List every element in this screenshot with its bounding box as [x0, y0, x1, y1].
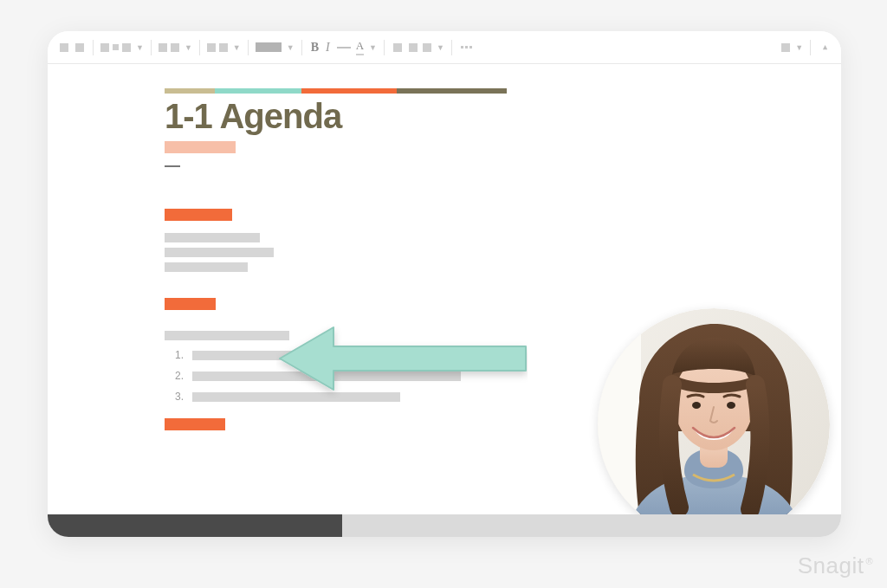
divider — [165, 165, 180, 167]
toolbar-separator — [93, 40, 94, 55]
chevron-down-icon: ▼ — [233, 43, 241, 52]
toolbar-separator — [451, 40, 452, 55]
more-button[interactable] — [459, 38, 474, 57]
toolbar-separator — [810, 40, 811, 55]
toolbar-separator — [384, 40, 385, 55]
svg-point-6 — [727, 402, 735, 409]
color-stripe — [165, 88, 507, 94]
section-1 — [165, 209, 719, 272]
playback-timeline[interactable] — [48, 514, 841, 537]
chevron-down-icon: ▼ — [136, 43, 144, 52]
chevron-up-icon: ▼ — [821, 43, 829, 52]
toolbar: ▼ ▼ ▼ ▼ B I A ▼ ▼ — [48, 31, 841, 64]
section-heading[interactable] — [165, 418, 225, 430]
watermark: Snagit® — [798, 552, 871, 579]
text-color-icon: A — [356, 39, 364, 55]
highlight-dropdown[interactable]: ▼ — [256, 42, 295, 52]
document-canvas: 1-1 Agenda 1. 2. — [48, 64, 841, 537]
font-dropdown[interactable]: ▼ — [159, 43, 192, 52]
text-highlight — [165, 141, 236, 153]
toolbar-separator — [199, 40, 200, 55]
timeline-progress — [48, 514, 342, 537]
text-line[interactable] — [165, 248, 274, 257]
list-button[interactable] — [407, 38, 419, 57]
list-number: 2. — [165, 370, 184, 382]
list-number: 1. — [165, 349, 184, 361]
bold-button[interactable]: B — [309, 38, 320, 57]
text-color-dropdown[interactable]: A ▼ — [356, 39, 377, 55]
view-dropdown[interactable]: ▼ — [781, 43, 803, 52]
timeline-remaining — [342, 514, 841, 537]
toolbar-separator — [151, 40, 152, 55]
svg-point-5 — [692, 402, 701, 409]
toolbar-redo-button[interactable] — [74, 38, 86, 57]
chevron-down-icon: ▼ — [795, 43, 803, 52]
collapse-toolbar-button[interactable]: ▼ — [818, 38, 831, 57]
align-button[interactable] — [392, 38, 404, 57]
text-line[interactable] — [165, 262, 248, 272]
chevron-down-icon: ▼ — [287, 43, 295, 52]
section-heading[interactable] — [165, 209, 232, 221]
webcam-avatar — [598, 308, 830, 537]
app-window: ▼ ▼ ▼ ▼ B I A ▼ ▼ — [48, 31, 841, 537]
toolbar-separator — [301, 40, 302, 55]
document-title[interactable]: 1-1 Agenda — [165, 97, 719, 136]
font-size-dropdown[interactable]: ▼ — [207, 43, 241, 52]
style-dropdown[interactable]: ▼ — [100, 43, 144, 52]
italic-button[interactable]: I — [324, 38, 332, 57]
text-line[interactable] — [165, 233, 260, 242]
chevron-down-icon: ▼ — [369, 43, 377, 52]
dots-icon — [461, 46, 472, 48]
bullets-dropdown[interactable]: ▼ — [423, 43, 444, 52]
chevron-down-icon: ▼ — [437, 43, 444, 52]
list-number: 3. — [165, 391, 184, 403]
text-line[interactable] — [165, 331, 289, 340]
chevron-down-icon: ▼ — [185, 43, 192, 52]
toolbar-separator — [248, 40, 249, 55]
underline-button[interactable] — [335, 38, 353, 57]
section-heading[interactable] — [165, 298, 216, 310]
toolbar-undo-button[interactable] — [58, 38, 70, 57]
